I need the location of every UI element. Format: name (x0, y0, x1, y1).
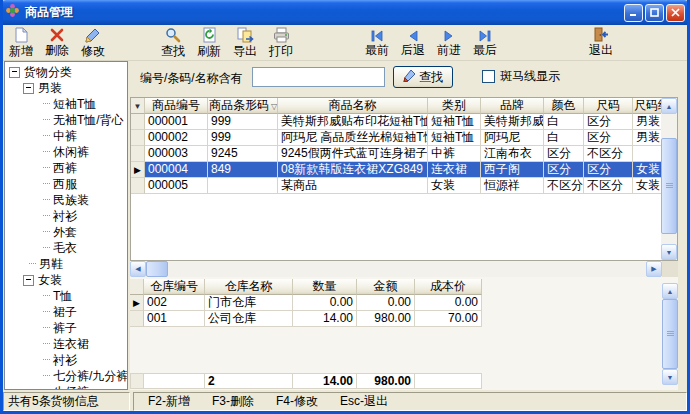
category-tree: 货物分类 男装 短袖T恤 无袖T恤/背心 中裤 休闲裤 西裤 西服 民族装 衬衫… (4, 61, 128, 390)
zebra-checkbox[interactable] (482, 70, 495, 83)
titlebar: 商品管理 (0, 0, 690, 25)
nav-first-button[interactable]: 最前 (359, 27, 395, 59)
stock-row[interactable]: ▶ 002 门市仓库 0.00 0.00 0.00 (130, 295, 483, 311)
magnifier-icon (165, 27, 181, 43)
dropdown-arrow-icon: ▼ (134, 102, 142, 111)
product-row[interactable]: 000005 某商品 女装 恒源祥 不区分 不区分 女装 (131, 178, 661, 194)
tree-item[interactable]: 西服 (5, 176, 127, 192)
col-header-cost-price[interactable]: 成本价 (415, 279, 482, 295)
stock-summary-row: 2 14.00 980.00 (130, 373, 482, 389)
tree-item[interactable]: 连衣裙 (5, 336, 127, 352)
nav-back-button[interactable]: 后退 (395, 27, 431, 59)
products-header-row: ▼ 商品编号 商品条形码▽ 商品名称 类别 品牌 颜色 尺码 尺码组 (131, 98, 661, 114)
quantity-total: 14.00 (293, 373, 357, 389)
tree-item[interactable]: 中裤 (5, 128, 127, 144)
col-header-size-group[interactable]: 尺码组 (633, 98, 661, 114)
stock-row[interactable]: 001 公司仓库 14.00 980.00 70.00 (130, 311, 483, 327)
tree-collapse-icon[interactable] (23, 275, 34, 286)
tree-item[interactable]: 衬衫 (5, 352, 127, 368)
shortcut-f2-new: F2-新增 (148, 393, 190, 410)
warehouse-count: 2 (205, 373, 293, 389)
scroll-left-icon[interactable]: ◀ (130, 261, 146, 277)
refresh-icon (202, 27, 217, 43)
refresh-button[interactable]: 刷新 (191, 27, 227, 59)
tree-item-womenswear[interactable]: 女装 (5, 272, 127, 288)
close-button[interactable] (666, 4, 685, 22)
tree-item[interactable]: 西裤 (5, 160, 127, 176)
shortcut-f4-edit: F4-修改 (276, 393, 318, 410)
product-row[interactable]: 000003 9245 9245假两件式蓝可连身裙子 中裤 江南布衣 区分 不区… (131, 146, 661, 162)
tree-collapse-icon[interactable] (23, 83, 34, 94)
current-row-indicator-icon: ▶ (134, 165, 141, 175)
pencil-icon (85, 27, 101, 43)
nav-last-button[interactable]: 最后 (467, 27, 503, 59)
status-bar: 共有5条货物信息 F2-新增 F3-删除 F4-修改 Esc-退出 (3, 390, 687, 411)
scroll-thumb[interactable] (661, 138, 677, 234)
edit-button[interactable]: 修改 (75, 27, 111, 59)
export-pages-icon (237, 27, 254, 43)
col-header-warehouse-name[interactable]: 仓库名称 (205, 279, 293, 295)
exit-button[interactable]: 退出 (583, 27, 619, 59)
product-row[interactable]: 000002 999 阿玛尼 高品质丝光棉短袖T恤 短袖T恤 阿玛尼 白 区分 … (131, 130, 661, 146)
tree-item[interactable]: T恤 (5, 288, 127, 304)
product-row[interactable]: 000001 999 美特斯邦威贴布印花短袖T恤 短袖T恤 美特斯邦威 白 区分… (131, 114, 661, 130)
tree-item-mens-shoes[interactable]: 男鞋 (5, 256, 127, 272)
nav-back-icon (407, 27, 419, 42)
nav-first-icon (370, 27, 384, 42)
product-management-window: 商品管理 新增 删除 修改 (0, 0, 690, 414)
tree-item[interactable]: 裙子 (5, 304, 127, 320)
delete-button[interactable]: 删除 (39, 27, 75, 59)
scroll-down-icon[interactable]: ▼ (661, 244, 677, 260)
col-header-brand[interactable]: 品牌 (481, 98, 544, 114)
amount-total: 980.00 (357, 373, 415, 389)
tree-item[interactable]: 休闲裤 (5, 144, 127, 160)
tree-item[interactable]: 短袖T恤 (5, 96, 127, 112)
col-header-size[interactable]: 尺码 (584, 98, 633, 114)
status-shortcuts: F2-新增 F3-删除 F4-修改 Esc-退出 (133, 392, 687, 411)
minimize-button[interactable] (624, 4, 643, 22)
current-row-indicator-icon: ▶ (133, 298, 140, 308)
stock-vertical-scrollbar: ▲ ▼ (662, 283, 678, 385)
tree-collapse-icon[interactable] (9, 67, 20, 78)
new-document-icon (14, 27, 29, 43)
col-header-amount[interactable]: 金额 (357, 279, 415, 295)
tree-item-menswear[interactable]: 男装 (5, 80, 127, 96)
scroll-thumb[interactable] (662, 299, 678, 369)
new-button[interactable]: 新增 (3, 27, 39, 59)
product-row-selected[interactable]: ▶ 000004 849 08新款韩版连衣裙XZG849 连衣裙 西子阁 区分 … (131, 162, 661, 178)
col-header-quantity[interactable]: 数量 (293, 279, 357, 295)
tree-item[interactable]: 衬衫 (5, 208, 127, 224)
print-button[interactable]: 打印 (263, 27, 299, 59)
export-button[interactable]: 导出 (227, 27, 263, 59)
scroll-up-icon[interactable]: ▲ (661, 98, 677, 114)
tree-item-root[interactable]: 货物分类 (5, 64, 127, 80)
col-header-barcode[interactable]: 商品条形码▽ (208, 98, 278, 114)
shortcut-f3-delete: F3-删除 (212, 393, 254, 410)
products-horizontal-scrollbar: ◀ ▶ (130, 261, 678, 277)
sort-icon: ▽ (271, 102, 277, 111)
grid-options-cell[interactable]: ▼ (131, 98, 145, 114)
tree-item[interactable]: 七分裤/九分裤 (5, 368, 127, 384)
col-header-warehouse-id[interactable]: 仓库编号 (144, 279, 205, 295)
scroll-right-icon[interactable]: ▶ (646, 261, 662, 277)
maximize-button[interactable] (645, 4, 664, 22)
tree-item[interactable]: 毛衣 (5, 240, 127, 256)
search-input[interactable] (252, 67, 385, 87)
tree-item[interactable]: 外套 (5, 224, 127, 240)
tree-item[interactable]: 无袖T恤/背心 (5, 112, 127, 128)
col-header-product-id[interactable]: 商品编号 (145, 98, 208, 114)
nav-last-icon (478, 27, 492, 42)
col-header-category[interactable]: 类别 (428, 98, 481, 114)
scroll-thumb[interactable] (146, 261, 168, 277)
search-label: 编号/条码/名称含有 (140, 70, 243, 87)
scroll-down-icon[interactable]: ▼ (662, 369, 678, 385)
nav-forward-button[interactable]: 前进 (431, 27, 467, 59)
tree-item[interactable]: 裤子 (5, 320, 127, 336)
find-button[interactable]: 查找 (155, 27, 191, 59)
tree-item[interactable]: 民族装 (5, 192, 127, 208)
toolbar: 新增 删除 修改 查找 刷新 (3, 25, 687, 61)
col-header-color[interactable]: 颜色 (544, 98, 584, 114)
scroll-up-icon[interactable]: ▲ (662, 283, 678, 299)
search-find-button[interactable]: 查找 (393, 66, 453, 88)
col-header-product-name[interactable]: 商品名称 (278, 98, 428, 114)
